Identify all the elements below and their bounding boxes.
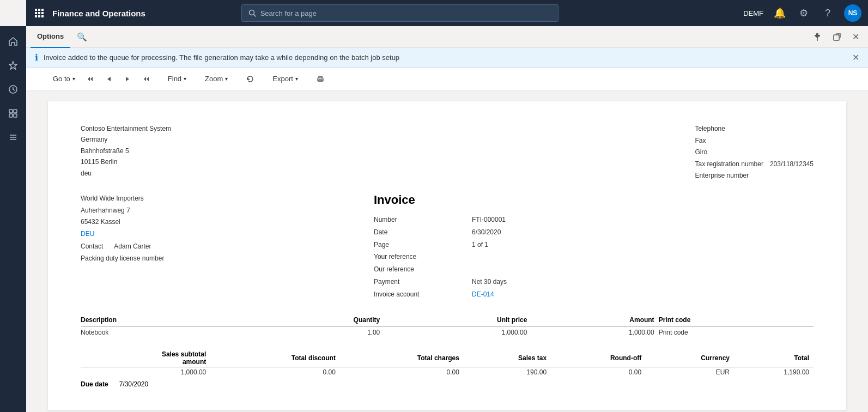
page-value: 1 of 1 xyxy=(472,239,814,251)
close-tab-button[interactable]: ✕ xyxy=(848,29,864,44)
recipient-city: 65432 Kassel xyxy=(81,216,374,228)
nav-prev-button[interactable] xyxy=(101,73,117,85)
telephone-label: Telephone xyxy=(695,123,814,135)
expand-button[interactable] xyxy=(828,31,846,44)
topbar: Finance and Operations DEMF 🔔 ⚙ ? NS xyxy=(26,0,868,26)
our-ref-label: Our reference xyxy=(374,263,472,276)
svg-rect-4 xyxy=(38,12,40,14)
notification-text: Invoice added to the queue for processin… xyxy=(44,53,399,62)
goto-button[interactable]: Go to ▾ xyxy=(48,72,80,86)
notification-icon[interactable]: 🔔 xyxy=(772,5,787,21)
invoice-meta: Number FTI-000001 Date 6/30/2020 Page 1 … xyxy=(374,214,814,301)
recipient-street: Auherhahnweg 7 xyxy=(81,205,374,217)
svg-line-10 xyxy=(253,15,256,17)
tax-reg-value: 203/118/12345 xyxy=(770,159,814,171)
zoom-button[interactable]: Zoom ▾ xyxy=(200,72,233,86)
company-details: Telephone Fax Giro Tax registration numb… xyxy=(695,123,814,182)
search-bar[interactable] xyxy=(241,4,559,22)
svg-rect-25 xyxy=(9,110,13,113)
sidebar-recent-icon[interactable] xyxy=(2,78,24,100)
export-button[interactable]: Export ▾ xyxy=(268,72,303,86)
tax-reg-label: Tax registration number xyxy=(695,159,763,171)
nav-last-icon xyxy=(143,76,149,82)
svg-rect-22 xyxy=(319,80,322,81)
svg-rect-8 xyxy=(41,15,44,17)
find-chevron: ▾ xyxy=(184,76,186,82)
svg-rect-0 xyxy=(35,9,37,11)
svg-rect-7 xyxy=(38,15,40,17)
nav-last-button[interactable] xyxy=(138,73,154,85)
notification-close[interactable]: ✕ xyxy=(852,52,859,63)
sender-city: 10115 Berlin xyxy=(81,156,171,167)
grid-icon[interactable] xyxy=(33,7,46,20)
totals-section: Sales subtotal amount Total discount Tot… xyxy=(81,349,814,388)
col-description: Description xyxy=(81,314,253,326)
tab-options[interactable]: Options xyxy=(31,26,70,48)
find-button[interactable]: Find ▾ xyxy=(163,72,191,86)
nav-next-button[interactable] xyxy=(119,73,136,85)
totals-col-charges: Total charges xyxy=(340,349,464,367)
row-unit-price: 1,000.00 xyxy=(384,326,531,338)
svg-marker-18 xyxy=(126,77,129,81)
env-label: DEMF xyxy=(743,9,763,17)
due-date-value: 7/30/2020 xyxy=(119,380,148,388)
left-sidebar xyxy=(0,26,26,412)
nav-first-icon xyxy=(87,76,94,82)
totals-col-currency: Currency xyxy=(646,349,734,367)
total-discount: 0.00 xyxy=(210,367,340,377)
invoice-account-label: Invoice account xyxy=(374,288,472,301)
table-row: Notebook 1.00 1,000.00 1,000.00 Print co… xyxy=(81,326,814,338)
totals-col-roundoff: Round-off xyxy=(551,349,646,367)
svg-rect-26 xyxy=(14,110,17,113)
date-label: Date xyxy=(374,226,472,239)
info-icon: ℹ xyxy=(35,52,38,63)
tab-search-icon[interactable]: 🔍 xyxy=(72,30,92,44)
col-amount: Amount xyxy=(531,314,658,326)
sidebar-workspaces-icon[interactable] xyxy=(2,102,24,124)
svg-marker-23 xyxy=(9,62,17,69)
nav-next-icon xyxy=(124,76,131,82)
contact-label: Contact xyxy=(81,241,103,253)
amount-label: amount xyxy=(183,358,206,366)
svg-rect-14 xyxy=(834,35,839,40)
total-charges: 0.00 xyxy=(340,367,464,377)
goto-label: Go to xyxy=(53,75,70,83)
svg-rect-27 xyxy=(9,114,13,117)
giro-label: Giro xyxy=(695,147,814,159)
recipient-info: World Wide Importers Auherhahnweg 7 6543… xyxy=(81,193,374,301)
refresh-button[interactable] xyxy=(241,72,259,86)
svg-rect-6 xyxy=(35,15,37,17)
help-icon[interactable]: ? xyxy=(820,5,835,21)
row-print-code: Print code xyxy=(659,326,814,338)
svg-rect-3 xyxy=(35,12,37,14)
totals-col-tax: Sales tax xyxy=(464,349,551,367)
app-title: Finance and Operations xyxy=(52,9,145,18)
nav-first-button[interactable] xyxy=(82,73,99,85)
doc-toolbar: Go to ▾ Find ▾ Zoom ▾ xyxy=(26,68,868,90)
sidebar-list-icon[interactable] xyxy=(2,126,24,148)
sidebar-favorites-icon[interactable] xyxy=(2,54,24,76)
settings-icon[interactable]: ⚙ xyxy=(796,5,811,21)
sales-tax: 190.00 xyxy=(464,367,551,377)
goto-group: Go to ▾ xyxy=(48,72,154,86)
recipient-country[interactable]: DEU xyxy=(81,228,374,240)
notification-banner: ℹ Invoice added to the queue for process… xyxy=(26,48,868,68)
totals-col-discount: Total discount xyxy=(210,349,340,367)
packing-label: Packing duty license number xyxy=(81,253,374,265)
number-label: Number xyxy=(374,214,472,226)
print-button[interactable] xyxy=(312,72,329,86)
goto-chevron: ▾ xyxy=(72,76,75,82)
due-date-label: Due date xyxy=(81,380,108,388)
line-items-table: Description Quantity Unit price Amount P… xyxy=(81,314,814,338)
currency: EUR xyxy=(646,367,734,377)
avatar[interactable]: NS xyxy=(844,4,861,22)
row-amount: 1,000.00 xyxy=(531,326,658,338)
invoice-account-value[interactable]: DE-014 xyxy=(472,288,814,301)
due-date-row: Due date 7/30/2020 xyxy=(81,380,814,388)
sidebar-home-icon[interactable] xyxy=(2,31,24,52)
total: 1,190.00 xyxy=(734,367,814,377)
pin-button[interactable] xyxy=(809,31,826,44)
search-input[interactable] xyxy=(260,9,551,17)
export-label: Export xyxy=(272,75,293,83)
row-description: Notebook xyxy=(81,326,253,338)
